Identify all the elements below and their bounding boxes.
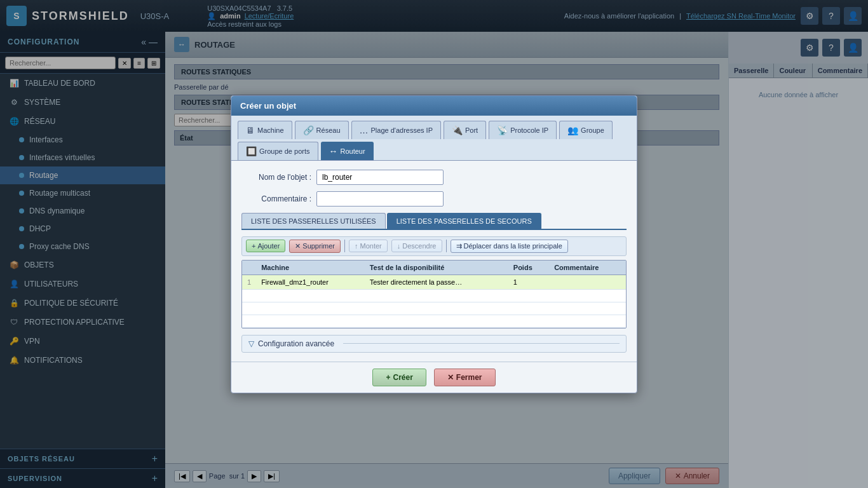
deplacer-label: Déplacer dans la liste principale bbox=[464, 242, 562, 250]
plage-tab-icon: … bbox=[360, 125, 369, 135]
modal-title: Créer un objet bbox=[240, 101, 296, 111]
table-row-empty-3 bbox=[242, 315, 626, 327]
tab-protocole-ip[interactable]: 📡 Protocole IP bbox=[489, 121, 557, 139]
deplacer-button[interactable]: ⇉ Déplacer dans la liste principale bbox=[451, 240, 568, 253]
tab-machine[interactable]: 🖥 Machine bbox=[238, 121, 292, 139]
tab-groupe-label: Groupe bbox=[581, 126, 604, 134]
fermer-button[interactable]: ✕ Fermer bbox=[434, 369, 496, 386]
monter-button[interactable]: ↑ Monter bbox=[349, 240, 388, 252]
ajouter-button[interactable]: + Ajouter bbox=[246, 240, 285, 252]
tab-groupe[interactable]: 👥 Groupe bbox=[559, 121, 613, 139]
tab-plage-label: Plage d'adresses IP bbox=[371, 126, 433, 134]
fermer-x-icon: ✕ bbox=[447, 373, 454, 382]
fermer-label: Fermer bbox=[456, 373, 482, 382]
separator-v bbox=[344, 240, 345, 252]
row-num: 1 bbox=[242, 274, 256, 289]
tab-plage-ip[interactable]: … Plage d'adresses IP bbox=[351, 121, 442, 139]
col-poids: Poids bbox=[508, 261, 549, 275]
tab-protocole-label: Protocole IP bbox=[510, 126, 548, 134]
move-icon: ⇉ bbox=[456, 242, 462, 250]
x-icon: ✕ bbox=[295, 242, 301, 250]
col-machine: Machine bbox=[256, 261, 365, 275]
subtab-utilisees-label: LISTE DES PASSERELLES UTILISÉES bbox=[251, 217, 376, 225]
subtab-passerelles-secours[interactable]: LISTE DES PASSERELLES DE SECOURS bbox=[387, 213, 541, 229]
tab-port-label: Port bbox=[465, 126, 478, 134]
form-row-commentaire: Commentaire : bbox=[241, 191, 627, 207]
groupe-ports-tab-icon: 🔲 bbox=[246, 146, 257, 156]
commentaire-input[interactable] bbox=[316, 191, 444, 207]
supprimer-button[interactable]: ✕ Supprimer bbox=[289, 240, 341, 253]
row-test: Tester directement la passe… bbox=[365, 274, 508, 289]
row-machine: Firewall_dmz1_router bbox=[256, 274, 365, 289]
groupe-tab-icon: 👥 bbox=[567, 125, 578, 135]
tab-reseau[interactable]: 🔗 Réseau bbox=[295, 121, 349, 139]
tab-machine-label: Machine bbox=[257, 126, 284, 134]
inner-table-toolbar: + Ajouter ✕ Supprimer ↑ Monter ↓ Descend… bbox=[241, 236, 627, 256]
supprimer-label: Supprimer bbox=[302, 242, 335, 250]
tab-groupe-ports[interactable]: 🔲 Groupe de ports bbox=[238, 142, 318, 160]
tab-routeur-label: Routeur bbox=[341, 147, 365, 155]
form-row-nom: Nom de l'objet : bbox=[241, 170, 627, 185]
tab-groupe-ports-label: Groupe de ports bbox=[259, 147, 310, 155]
config-avancee-label: Configuration avancée bbox=[258, 339, 334, 348]
descendre-button[interactable]: ↓ Descendre bbox=[391, 240, 442, 252]
modal-tabs: 🖥 Machine 🔗 Réseau … Plage d'adresses IP… bbox=[231, 116, 637, 161]
col-commentaire: Commentaire bbox=[549, 261, 626, 275]
port-tab-icon: 🔌 bbox=[452, 125, 463, 135]
nom-label: Nom de l'objet : bbox=[241, 173, 311, 182]
tab-port[interactable]: 🔌 Port bbox=[444, 121, 486, 139]
subtab-passerelles-utilisees[interactable]: LISTE DES PASSERELLES UTILISÉES bbox=[241, 213, 386, 229]
inner-table: Machine Test de la disponibilité Poids C… bbox=[242, 261, 626, 328]
subtab-secours-label: LISTE DES PASSERELLES DE SECOURS bbox=[397, 217, 532, 225]
commentaire-label: Commentaire : bbox=[241, 194, 311, 203]
tab-reseau-label: Réseau bbox=[316, 126, 341, 134]
config-avancee-section[interactable]: ▽ Configuration avancée bbox=[241, 335, 627, 353]
modal-footer: + Créer ✕ Fermer bbox=[231, 362, 637, 393]
modal-subtabs: LISTE DES PASSERELLES UTILISÉES LISTE DE… bbox=[241, 213, 627, 230]
up-arrow-icon: ↑ bbox=[355, 242, 358, 250]
modal-dialog: Créer un objet 🖥 Machine 🔗 Réseau … Plag… bbox=[231, 95, 637, 393]
inner-table-container: Machine Test de la disponibilité Poids C… bbox=[241, 260, 627, 329]
table-row-empty-1 bbox=[242, 289, 626, 302]
down-arrow-icon: ↓ bbox=[397, 242, 401, 250]
descendre-label: Descendre bbox=[402, 242, 436, 250]
protocole-tab-icon: 📡 bbox=[497, 125, 508, 135]
modal-overlay: Créer un objet 🖥 Machine 🔗 Réseau … Plag… bbox=[0, 0, 868, 488]
col-num bbox=[242, 261, 256, 275]
tab-routeur[interactable]: ↔ Routeur bbox=[321, 142, 374, 160]
modal-body: Nom de l'objet : Commentaire : LISTE DES… bbox=[231, 161, 637, 362]
creer-label: Créer bbox=[393, 373, 412, 382]
ajouter-label: Ajouter bbox=[257, 242, 280, 250]
plus-icon: + bbox=[252, 242, 255, 250]
inner-table-header-row: Machine Test de la disponibilité Poids C… bbox=[242, 261, 626, 275]
table-row[interactable]: 1 Firewall_dmz1_router Tester directemen… bbox=[242, 274, 626, 289]
creer-plus-icon: + bbox=[386, 373, 390, 382]
nom-input[interactable] bbox=[316, 170, 444, 185]
config-avancee-line bbox=[343, 343, 620, 344]
col-test: Test de la disponibilité bbox=[365, 261, 508, 275]
table-row-empty-2 bbox=[242, 302, 626, 315]
row-commentaire bbox=[549, 274, 626, 289]
routeur-tab-icon: ↔ bbox=[329, 146, 338, 156]
separator-v-2 bbox=[446, 240, 447, 252]
creer-button[interactable]: + Créer bbox=[372, 369, 426, 386]
reseau-tab-icon: 🔗 bbox=[303, 125, 314, 135]
monter-label: Monter bbox=[360, 242, 382, 250]
modal-title-bar: Créer un objet bbox=[231, 96, 637, 116]
machine-tab-icon: 🖥 bbox=[246, 125, 255, 135]
row-poids: 1 bbox=[508, 274, 549, 289]
expand-icon: ▽ bbox=[248, 339, 254, 348]
